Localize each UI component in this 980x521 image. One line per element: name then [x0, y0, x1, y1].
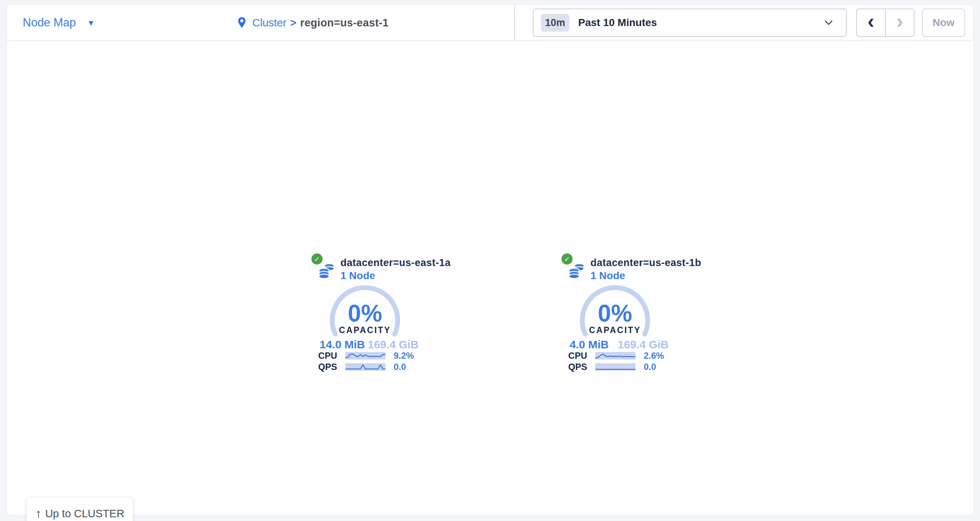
- cpu-value: 9.2%: [394, 351, 414, 361]
- node-count: 1 Node: [590, 270, 625, 282]
- cpu-metric-row: CPU 9.2%: [312, 351, 423, 360]
- cpu-label: CPU: [562, 351, 587, 361]
- chevron-down-icon: [824, 21, 833, 25]
- qps-label: QPS: [562, 362, 587, 372]
- now-button[interactable]: Now: [922, 8, 965, 37]
- qps-sparkline: [345, 363, 385, 371]
- datacenter-card-us-east-1a[interactable]: ✓ datacenter=us-east-1a 1 Node 0% CAPACI…: [312, 253, 423, 380]
- header-bar: Node Map ▼ Cluster > region=us-east-1 10…: [7, 5, 973, 41]
- database-stack-icon: [568, 262, 585, 279]
- breadcrumb-separator: >: [290, 17, 296, 29]
- qps-value: 0.0: [644, 362, 656, 372]
- database-stack-icon: [318, 262, 335, 279]
- datacenter-title: datacenter=us-east-1a: [340, 257, 450, 269]
- cpu-metric-row: CPU 2.6%: [562, 351, 673, 360]
- qps-value: 0.0: [394, 362, 406, 372]
- time-range-dropdown[interactable]: 10m Past 10 Minutes: [533, 8, 847, 37]
- view-selector-label: Node Map: [23, 16, 76, 29]
- qps-sparkline: [595, 363, 635, 371]
- time-nav-arrows: ‹ ›: [856, 8, 915, 37]
- status-ok-icon: ✓: [562, 253, 573, 264]
- up-to-cluster-button[interactable]: ↑ Up to CLUSTER: [26, 497, 133, 521]
- node-map-area: ✓ datacenter=us-east-1a 1 Node 0% CAPACI…: [7, 41, 973, 515]
- status-ok-icon: ✓: [312, 253, 323, 264]
- capacity-used: 4.0 MiB: [570, 338, 609, 351]
- breadcrumb-current: region=us-east-1: [300, 17, 389, 29]
- cpu-sparkline: [345, 352, 385, 360]
- qps-metric-row: QPS 0.0: [312, 362, 423, 371]
- location-pin-icon: [237, 17, 246, 29]
- qps-metric-row: QPS 0.0: [562, 362, 673, 371]
- capacity-values: 4.0 MiB 169.4 GiB: [570, 338, 668, 351]
- check-glyph: ✓: [564, 255, 570, 263]
- caret-down-icon: ▼: [87, 19, 95, 27]
- capacity-label: CAPACITY: [328, 325, 402, 335]
- time-next-button[interactable]: ›: [886, 9, 914, 36]
- capacity-total: 169.4 GiB: [617, 338, 668, 351]
- time-prev-button[interactable]: ‹: [857, 9, 886, 36]
- check-glyph: ✓: [314, 255, 320, 263]
- time-range-badge: 10m: [541, 14, 569, 32]
- breadcrumb-cluster-link[interactable]: Cluster: [252, 17, 286, 29]
- capacity-label: CAPACITY: [578, 325, 652, 335]
- capacity-percent: 0%: [328, 300, 402, 327]
- breadcrumb: Cluster > region=us-east-1: [237, 5, 388, 41]
- datacenter-title: datacenter=us-east-1b: [590, 257, 701, 269]
- cpu-value: 2.6%: [644, 351, 664, 361]
- main-panel: Node Map ▼ Cluster > region=us-east-1 10…: [6, 5, 974, 515]
- capacity-percent: 0%: [578, 300, 652, 327]
- node-count: 1 Node: [340, 270, 375, 282]
- time-range-label: Past 10 Minutes: [578, 17, 657, 29]
- up-to-cluster-label: Up to CLUSTER: [45, 508, 124, 520]
- cpu-label: CPU: [312, 351, 337, 361]
- header-divider: [514, 5, 515, 40]
- capacity-values: 14.0 MiB 169.4 GiB: [320, 338, 418, 351]
- view-selector-dropdown[interactable]: Node Map ▼: [23, 5, 95, 41]
- datacenter-card-us-east-1b[interactable]: ✓ datacenter=us-east-1b 1 Node 0% CAPACI…: [562, 253, 673, 380]
- capacity-total: 169.4 GiB: [368, 338, 418, 351]
- capacity-used: 14.0 MiB: [320, 338, 365, 351]
- cpu-sparkline: [595, 352, 635, 360]
- qps-label: QPS: [312, 362, 337, 372]
- arrow-up-icon: ↑: [35, 507, 42, 521]
